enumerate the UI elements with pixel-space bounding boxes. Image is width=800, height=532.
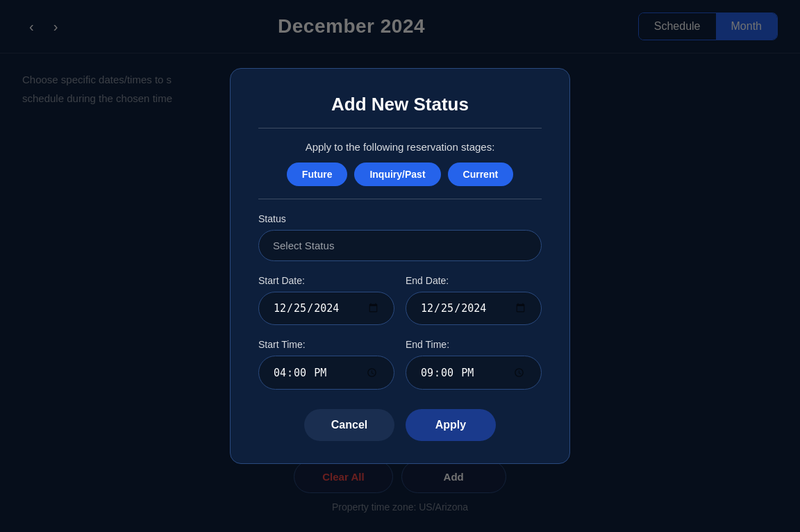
start-date-label: Start Date: [258,275,394,286]
modal-title: Add New Status [258,94,542,115]
status-select[interactable]: Select Status [258,230,542,261]
end-time-group: End Time: [406,339,542,390]
add-status-modal: Add New Status Apply to the following re… [230,68,570,465]
stage-future-button[interactable]: Future [287,163,348,186]
modal-actions: Cancel Apply [258,409,542,441]
modal-divider-top [258,128,542,128]
status-label: Status [258,213,542,224]
end-date-group: End Date: [406,275,542,325]
modal-overlay: Add New Status Apply to the following re… [0,0,800,532]
end-time-input[interactable] [406,356,542,390]
start-time-group: Start Time: [258,339,394,390]
end-date-label: End Date: [406,275,542,286]
start-time-label: Start Time: [258,339,394,350]
start-date-group: Start Date: [258,275,394,325]
modal-divider-bottom [258,199,542,199]
end-time-label: End Time: [406,339,542,350]
date-row: Start Date: End Date: [258,275,542,325]
stage-buttons-group: Future Inquiry/Past Current [258,163,542,186]
end-date-input[interactable] [406,292,542,325]
cancel-button[interactable]: Cancel [304,409,394,441]
stage-current-button[interactable]: Current [448,163,514,186]
time-row: Start Time: End Time: [258,339,542,390]
start-date-input[interactable] [258,292,394,325]
apply-button[interactable]: Apply [406,409,496,441]
stage-inquiry-button[interactable]: Inquiry/Past [354,163,440,186]
start-time-input[interactable] [258,356,394,390]
modal-subtitle: Apply to the following reservation stage… [258,141,542,153]
